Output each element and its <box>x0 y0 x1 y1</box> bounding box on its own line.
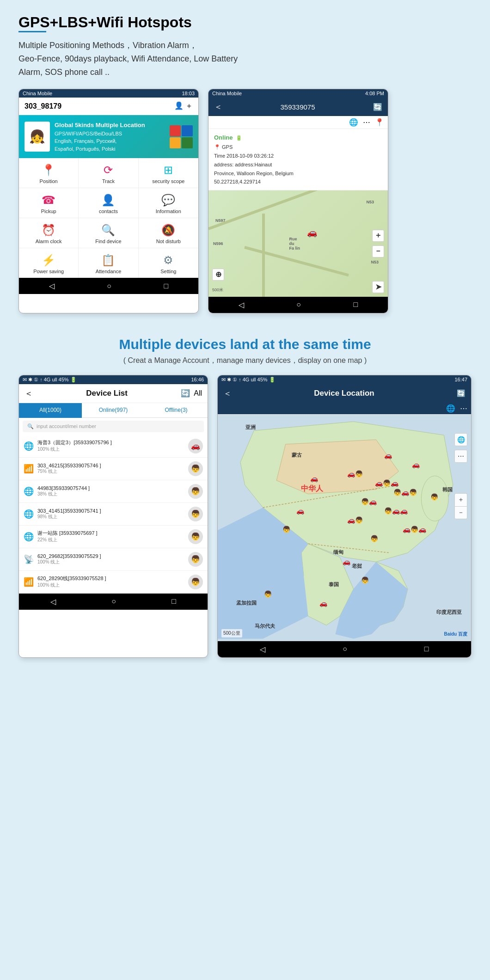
map-navigate-btn[interactable]: ➤ <box>372 281 384 293</box>
list-item[interactable]: 📡 620_29682[359339075529 ] 100% 线上 👦 <box>19 548 208 571</box>
grid-item-find[interactable]: 🔍 Find device <box>79 218 138 248</box>
pin-cluster-1: 🚗👦 <box>347 470 363 478</box>
nav-menu-dl[interactable]: □ <box>172 597 176 606</box>
india-label: 印度尼西亚 <box>436 609 462 616</box>
grid-item-track[interactable]: ⟳ Track <box>79 158 138 188</box>
map-label-rue: RueduFa lin <box>289 237 300 251</box>
device-name-6: 620_28290线[359339075528 ] <box>37 575 184 582</box>
grid-item-security[interactable]: ⊞ security scope <box>139 158 198 188</box>
phone-right: China Mobile 4:08 PM ＜ 359339075 🔄 🌐 ⋯ 📍… <box>208 89 388 313</box>
online-status: Online 🔋 <box>214 133 382 143</box>
attendance-icon: 📋 <box>101 254 115 267</box>
phone-grid: 📍 Position ⟳ Track ⊞ security scope ☎ Pi… <box>19 158 198 278</box>
map-compass-btn[interactable]: ⊕ <box>212 269 224 281</box>
zoom-in-loc[interactable]: ＋ <box>454 493 467 506</box>
device-status-1: 75% 线上 <box>37 468 184 475</box>
loc-status-bar: ✉ ✱ ① ↑ 4G ull 45% 🔋 16:47 <box>218 375 471 384</box>
loc-more-icon[interactable]: ⋯ <box>460 404 467 413</box>
status-bar-left: China Mobile 18:03 <box>19 89 198 98</box>
list-item[interactable]: 🌐 谢一站陈 [359339075697 ] 22% 线上 👦 <box>19 526 208 548</box>
grid-item-position[interactable]: 📍 Position <box>19 158 79 188</box>
pin-cluster-5: 👦🚗 <box>361 498 377 505</box>
disturb-icon: 🔕 <box>161 224 175 237</box>
loc-back-btn[interactable]: ＜ <box>223 388 232 399</box>
list-item[interactable]: 📶 620_28290线[359339075528 ] 100% 线上 👦 <box>19 571 208 594</box>
grid-item-pickup[interactable]: ☎ Pickup <box>19 188 79 218</box>
banner-title: Global 5kinds Multiple Location <box>55 121 145 130</box>
information-icon: 💬 <box>161 194 175 207</box>
tab-offline[interactable]: Offline(3) <box>145 403 208 418</box>
loc-more-btn[interactable]: ⋯ <box>454 450 467 463</box>
nav-home-loc[interactable]: ○ <box>343 645 347 653</box>
zoom-in-button[interactable]: ＋ <box>372 230 384 242</box>
grid-item-attendance[interactable]: 📋 Attendance <box>79 248 138 278</box>
map-overlay-controls: 🌐 ⋯ <box>454 433 467 463</box>
pin-cluster-16: 👦 <box>282 526 290 533</box>
dl-all-label[interactable]: All <box>194 389 202 397</box>
grid-item-disturb[interactable]: 🔕 Not disturb <box>139 218 198 248</box>
map-info: Online 🔋 📍 GPS Time 2018-10-09 03:26:12 … <box>208 129 388 190</box>
dl-back-btn[interactable]: ＜ <box>24 388 33 399</box>
device-name-2: 44983[359339075744 ] <box>37 485 184 491</box>
nav-menu-loc[interactable]: □ <box>424 645 429 653</box>
pickup-label: Pickup <box>41 208 56 214</box>
banner-cube <box>170 125 193 148</box>
nav-back-icon[interactable]: ◁ <box>49 282 55 290</box>
nav-home-dl[interactable]: ○ <box>111 597 116 606</box>
map-refresh-icon[interactable]: 🔄 <box>373 103 382 111</box>
list-item[interactable]: 🌐 海普3（固定3）[359339075796 ] 100% 线上 🚗 <box>19 435 208 458</box>
loc-refresh-icon[interactable]: 🔄 <box>457 389 466 398</box>
device-icon-5: 📡 <box>24 554 34 564</box>
alarm-icon: ⏰ <box>42 224 55 237</box>
nav-menu-icon[interactable]: □ <box>164 282 169 290</box>
device-status-5: 100% 线上 <box>37 559 184 565</box>
device-name-4: 谢一站陈 [359339075697 ] <box>37 530 184 537</box>
nav-back-loc[interactable]: ◁ <box>260 645 265 654</box>
track-label: Track <box>102 178 115 184</box>
map-label-n53-2: N53 <box>371 260 379 264</box>
baidu-logo: Baidu 百度 <box>444 631 467 637</box>
dl-search-bar[interactable]: 🔍 input account/imei number <box>23 421 204 432</box>
list-item[interactable]: 🌐 303_41451[359339075741 ] 98% 线上 👦 <box>19 503 208 526</box>
map-label-n597: N597 <box>215 218 226 223</box>
nav-back-dl[interactable]: ◁ <box>50 597 56 606</box>
device-name-1: 303_46215[359339075746 ] <box>37 463 184 468</box>
tab-online[interactable]: Online(997) <box>82 403 145 418</box>
grid-item-power[interactable]: ⚡ Power saving <box>19 248 79 278</box>
list-item[interactable]: 📶 303_46215[359339075746 ] 75% 线上 👦 <box>19 458 208 480</box>
globe-icon[interactable]: 🌐 <box>349 118 358 127</box>
loc-globe-btn[interactable]: 🌐 <box>454 433 467 446</box>
map-back-icon[interactable]: ＜ <box>214 101 222 112</box>
tab-all[interactable]: All(1000) <box>19 403 82 418</box>
dl-status-right: 16:46 <box>191 377 204 383</box>
grid-item-contacts[interactable]: 👤 contacts <box>79 188 138 218</box>
zoom-out-loc[interactable]: － <box>454 506 467 519</box>
map-scale-loc: 500公里 <box>221 629 242 637</box>
nav-home-icon-r[interactable]: ○ <box>296 300 301 309</box>
dl-refresh-icon[interactable]: 🔄 <box>181 389 190 397</box>
pin-cluster-2: 🚗👦🚗 <box>375 479 398 487</box>
grid-item-information[interactable]: 💬 Information <box>139 188 198 218</box>
asia-label: 亚洲 <box>245 424 256 431</box>
map-area: N53 N597 N596 N53 RueduFa lin 🚗 ＋ － ⊕ ➤ … <box>208 190 388 297</box>
pin-cluster-4: 🚗 <box>412 461 420 468</box>
nav-menu-icon-r[interactable]: □ <box>354 300 358 309</box>
nav-home-icon[interactable]: ○ <box>107 282 111 290</box>
zoom-out-button[interactable]: － <box>372 245 384 257</box>
device-info-3: 303_41451[359339075741 ] 98% 线上 <box>37 508 184 520</box>
contacts-label: contacts <box>99 208 118 214</box>
grid-item-alarm[interactable]: ⏰ Alarm clock <box>19 218 79 248</box>
grid-item-setting[interactable]: ⚙ Setting <box>139 248 198 278</box>
setting-label: Setting <box>160 269 176 274</box>
more-icon[interactable]: ⋯ <box>363 118 370 127</box>
loc-globe-icon[interactable]: 🌐 <box>446 404 455 413</box>
pickup-icon: ☎ <box>42 194 55 207</box>
position-label: Position <box>40 178 58 184</box>
gps-address: address: address:HainautProvince, Walloo… <box>214 160 382 186</box>
device-avatar-1: 👦 <box>188 461 203 476</box>
list-item[interactable]: 🌐 44983[359339075744 ] 38% 线上 👦 <box>19 480 208 503</box>
location-pin-icon[interactable]: 📍 <box>375 118 384 127</box>
nav-back-icon-r[interactable]: ◁ <box>239 300 244 309</box>
loc-status-right: 16:47 <box>454 377 467 383</box>
online-badge: Online <box>214 134 233 141</box>
